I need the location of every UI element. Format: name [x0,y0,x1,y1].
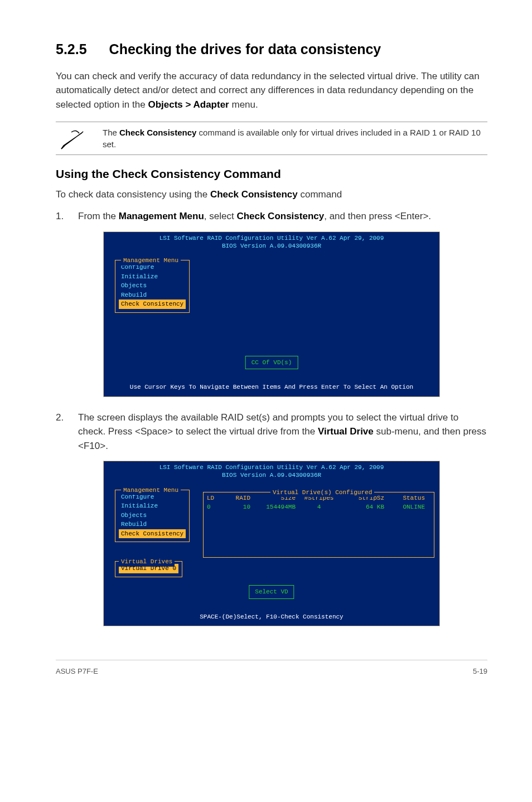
virtual-drives-label: Virtual Drives [119,557,175,567]
step-1-number: 1. [56,209,78,224]
intro-suffix: menu. [229,99,258,110]
select-vd-box: Select VD [249,585,294,599]
step2-b1: Virtual Drive [318,426,374,437]
menu2-item-initialize[interactable]: Initialize [119,501,186,511]
cc-of-vds-box: CC Of VD(s) [245,356,298,370]
vd-size: 154494MB [252,503,296,512]
management-menu-label: Management Menu [121,256,181,265]
sub-intro-bold: Check Consistency [210,189,298,200]
note-callout: The Check Consistency command is availab… [56,122,487,155]
step-2: 2. The screen displays the available RAI… [56,410,487,453]
bios1-title1: LSI Software RAID Configuration Utility … [104,234,439,242]
vd-stripsz: 64 KB [342,503,384,512]
vd-h-ld: LD [207,494,224,503]
step1-b2: Check Consistency [236,211,324,221]
step-1: 1. From the Management Menu, select Chec… [56,209,487,224]
management-menu-box: Management Menu Configure Initialize Obj… [115,260,190,313]
management-menu-label-2: Management Menu [121,486,181,495]
menu-item-rebuild[interactable]: Rebuild [119,291,186,300]
sub-intro: To check data consistency using the Chec… [56,187,487,202]
step-2-number: 2. [56,410,78,453]
menu2-item-check-consistency[interactable]: Check Consistency [119,529,186,539]
bios2-footer: SPACE-(De)Select, F10-Check Consistency [104,609,439,626]
vd-h-raid: RAID [225,494,250,503]
bios2-title2: BIOS Version A.09.04300936R [104,471,439,479]
note-prefix: The [103,128,119,137]
vd-raid: 10 [225,503,250,512]
step1-b1: Management Menu [119,211,204,221]
vd-status: ONLINE [386,503,425,512]
bios1-footer: Use Cursor Keys To Navigate Between Item… [104,379,439,397]
section-title-text: Checking the drives for data consistency [109,41,381,57]
subheading: Using the Check Consistency Command [56,165,487,183]
step1-p1: From the [78,211,119,221]
vd-configured-label: Virtual Drive(s) Configured [270,488,374,497]
vd-table-row[interactable]: 0 10 154494MB 4 64 KB ONLINE [207,503,431,512]
vd-ld: 0 [207,503,224,512]
bios2-titlebar: LSI Software RAID Configuration Utility … [104,461,439,482]
virtual-drives-configured-box: Virtual Drive(s) Configured LD RAID Size… [203,492,434,558]
menu2-item-objects[interactable]: Objects [119,511,186,520]
vd-h-status: Status [386,494,425,503]
note-bold: Check Consistency [119,128,196,137]
bios1-title2: BIOS Version A.09.04300936R [104,242,439,250]
footer-left: ASUS P7F-E [56,666,98,677]
step1-p2: , select [204,211,237,221]
section-number: 5.2.5 [56,39,87,60]
menu-item-check-consistency[interactable]: Check Consistency [119,299,186,309]
intro-prefix: You can check and verify the accuracy of… [56,71,480,110]
page-footer: ASUS P7F-E 5-19 [56,660,487,677]
bios-screenshot-2: LSI Software RAID Configuration Utility … [103,461,440,626]
bios-screenshot-1: LSI Software RAID Configuration Utility … [103,231,440,397]
section-heading: 5.2.5Checking the drives for data consis… [56,39,487,60]
menu-item-objects[interactable]: Objects [119,281,186,291]
bios2-title1: LSI Software RAID Configuration Utility … [104,463,439,471]
management-menu-box-2: Management Menu Configure Initialize Obj… [115,490,190,543]
sub-intro-suffix: command [298,189,342,200]
vd-stripes: 4 [297,503,341,512]
footer-right: 5-19 [473,666,487,677]
virtual-drives-submenu: Virtual Drives Virtual Drive 0 [115,561,182,577]
menu-item-initialize[interactable]: Initialize [119,272,186,282]
note-text: The Check Consistency command is availab… [103,127,487,150]
intro-bold: Objects > Adapter [148,99,229,110]
menu2-item-rebuild[interactable]: Rebuild [119,520,186,529]
sub-intro-prefix: To check data consistency using the [56,189,210,200]
bios1-titlebar: LSI Software RAID Configuration Utility … [104,232,439,253]
pen-note-icon [56,127,89,150]
step1-p3: , and then press <Enter>. [324,211,431,221]
intro-paragraph: You can check and verify the accuracy of… [56,69,487,112]
